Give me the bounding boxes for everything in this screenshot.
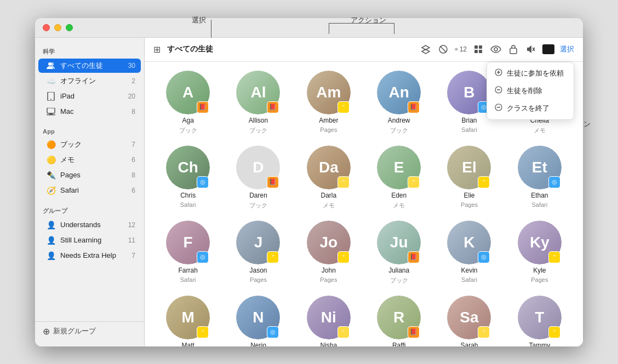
grid-icon[interactable] <box>472 43 484 55</box>
understands-icon: 👤 <box>46 220 56 230</box>
sidebar-item-offline[interactable]: ☁️ オフライン 2 <box>38 74 141 88</box>
camera-icon[interactable]: 12 <box>455 43 467 55</box>
student-card[interactable]: J " Jason Pages <box>226 221 290 285</box>
app-badge: ◎ <box>478 251 490 263</box>
sidebar-item-count-needs-help: 7 <box>131 252 135 259</box>
svg-rect-6 <box>49 113 53 114</box>
invite-icon <box>495 68 502 78</box>
student-card[interactable]: Al 📕 Allison ブック <box>226 71 290 135</box>
app-badge: 📕 <box>408 326 420 338</box>
student-name: Farrah <box>178 267 197 274</box>
annotation-action-bracket <box>329 23 394 24</box>
sidebar-item-pages[interactable]: ✒️ Pages 8 <box>38 168 141 182</box>
sidebar-item-label-safari: Safari <box>60 186 129 194</box>
dropdown-item-invite[interactable]: 生徒に参加を依頼 <box>487 65 574 82</box>
student-card[interactable]: R 📕 Raffi ブック <box>367 296 431 346</box>
sidebar-item-understands[interactable]: 👤 Understands 12 <box>38 218 141 232</box>
student-card[interactable]: Ch ◎ Chris Safari <box>156 146 220 210</box>
sidebar-item-safari[interactable]: 🧭 Safari 6 <box>38 183 141 198</box>
sidebar-footer: ⊕ 新規グループ <box>35 321 144 341</box>
app-badge: " <box>478 176 490 188</box>
dropdown-label-end-class: クラスを終了 <box>507 103 550 113</box>
layers-icon[interactable] <box>420 43 432 55</box>
svg-rect-11 <box>474 45 478 49</box>
lock-icon[interactable] <box>507 43 519 55</box>
new-group-label: 新規グループ <box>53 326 96 336</box>
sidebar-item-mac[interactable]: Mac 8 <box>38 105 141 119</box>
student-card[interactable]: D 📕 Daren ブック <box>226 146 290 210</box>
sidebar-item-still-learning[interactable]: 👤 Still Learning 11 <box>38 233 141 247</box>
dropdown-item-end-class[interactable]: クラスを終了 <box>487 100 574 117</box>
avatar-wrap: El " <box>447 146 491 189</box>
mute-icon[interactable] <box>525 43 537 55</box>
student-app: Pages <box>320 126 337 133</box>
student-card[interactable]: F ◎ Farrah Safari <box>156 221 220 285</box>
sidebar-item-label-pages: Pages <box>60 171 129 179</box>
student-app: Pages <box>531 276 548 283</box>
color-swatch[interactable] <box>542 44 554 54</box>
sidebar-item-memo[interactable]: 🟡 メモ 6 <box>38 153 141 167</box>
student-card[interactable]: T " Tammy Pages <box>507 296 572 346</box>
student-app: ブック <box>179 126 197 135</box>
student-card[interactable]: E " Eden メモ <box>367 146 431 210</box>
avatar-wrap: Al 📕 <box>236 71 280 114</box>
still-learning-icon: 👤 <box>46 235 56 245</box>
app-badge: ◎ <box>267 326 279 338</box>
content-area: 科学 すべての生徒 30 ☁️ オフライン <box>35 38 583 346</box>
minimize-button[interactable] <box>54 24 61 31</box>
section-label-app: App <box>35 124 144 137</box>
student-name: Brian <box>461 117 477 124</box>
sidebar-toggle-icon[interactable]: ⊞ <box>153 44 161 55</box>
student-name: Kyle <box>533 267 546 274</box>
sidebar-item-label-offline: オフライン <box>60 76 129 86</box>
sidebar-item-count-ipad: 20 <box>128 93 135 100</box>
app-badge: " <box>478 326 490 338</box>
select-button[interactable]: 選択 <box>560 44 574 54</box>
new-group-button[interactable]: ⊕ 新規グループ <box>43 326 136 337</box>
student-card[interactable]: Jo " John Pages <box>296 221 361 285</box>
student-card[interactable]: Da " Darla メモ <box>296 146 361 210</box>
student-app: Pages <box>320 276 337 283</box>
student-name: Jason <box>249 267 267 274</box>
student-card[interactable]: M " Matt Pages <box>156 296 220 346</box>
sidebar-item-ipad[interactable]: iPad 20 <box>38 89 141 103</box>
zoom-button[interactable] <box>66 24 73 31</box>
student-app: Safari <box>461 126 477 133</box>
app-badge: " <box>337 251 350 263</box>
avatar-wrap: Sa " <box>447 296 491 339</box>
student-card[interactable]: Ju 📕 Juliana ブック <box>367 221 431 285</box>
svg-rect-4 <box>47 108 55 113</box>
student-card[interactable]: An 📕 Andrew ブック <box>367 71 431 135</box>
close-button[interactable] <box>43 24 50 31</box>
student-card[interactable]: Ky " Kyle Pages <box>507 221 572 285</box>
books-icon: 🟠 <box>46 140 56 149</box>
student-card[interactable]: El " Elie Pages <box>437 146 501 210</box>
memo-icon: 🟡 <box>46 155 56 165</box>
student-card[interactable]: A 📕 Aga ブック <box>156 71 220 135</box>
sidebar-item-all-students[interactable]: すべての生徒 30 <box>38 59 141 73</box>
student-card[interactable]: K ◎ Kevin Safari <box>437 221 501 285</box>
section-label-science: 科学 <box>35 43 144 58</box>
sidebar-item-label-still-learning: Still Learning <box>60 236 126 244</box>
student-card[interactable]: Ni " Nisha メモ <box>296 296 361 346</box>
sidebar-item-count-safari: 6 <box>131 187 135 194</box>
student-app: ブック <box>390 126 408 135</box>
student-card[interactable]: Et ◎ Ethan Safari <box>507 146 572 210</box>
plus-circle-icon: ⊕ <box>43 326 50 337</box>
svg-rect-13 <box>474 50 478 53</box>
student-card[interactable]: Am " Amber Pages <box>296 71 361 135</box>
avatar-wrap: T " <box>518 296 562 339</box>
sidebar-item-books[interactable]: 🟠 ブック 7 <box>38 137 141 152</box>
block-icon[interactable] <box>437 43 449 55</box>
student-name: Amber <box>319 117 338 124</box>
eye-icon[interactable] <box>490 43 502 55</box>
camera-badge: 12 <box>460 45 467 53</box>
student-app: ブック <box>249 126 267 135</box>
student-app: メモ <box>323 201 335 210</box>
student-name: Eden <box>391 192 407 199</box>
dropdown-item-remove[interactable]: 生徒を削除 <box>487 82 574 100</box>
student-card[interactable]: Sa " Sarah メモ <box>437 296 501 346</box>
avatar-wrap: Ju 📕 <box>377 221 421 264</box>
student-card[interactable]: N ◎ Nerio Safari <box>226 296 290 346</box>
sidebar-item-needs-help[interactable]: 👤 Needs Extra Help 7 <box>38 249 141 263</box>
